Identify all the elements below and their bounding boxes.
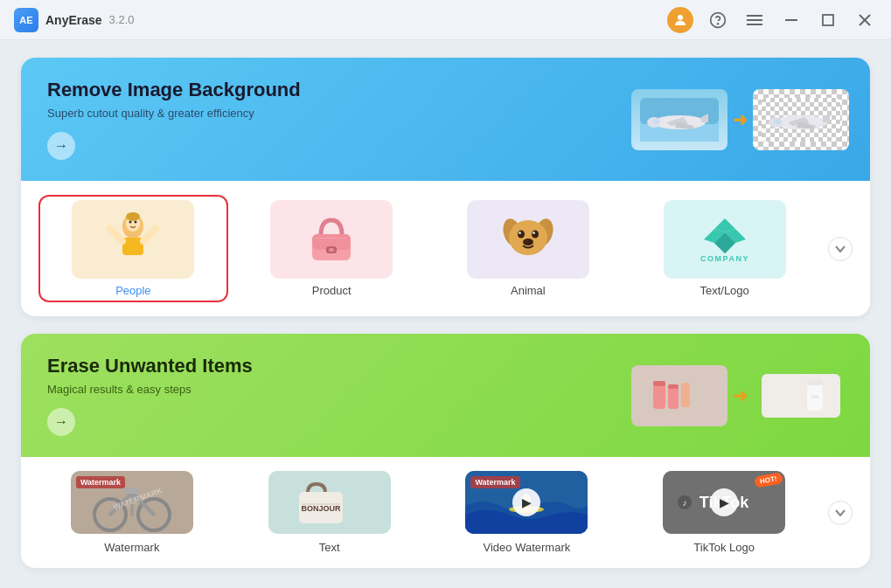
after-image	[753, 89, 849, 150]
category-textlogo[interactable]: COMPANY Text/Logo	[631, 197, 818, 301]
category-animal[interactable]: Animal	[435, 197, 622, 301]
menu-icon[interactable]	[742, 8, 767, 32]
svg-rect-73	[123, 488, 141, 494]
textlogo-thumbnail: COMPANY	[664, 200, 786, 279]
svg-point-28	[774, 119, 781, 124]
erase-title: Erase Unwanted Items	[47, 355, 253, 377]
watermark-thumbnail: Watermark WATERMARK	[71, 471, 193, 534]
product-label: Product	[312, 284, 352, 297]
titlebar: AE AnyErase 3.2.0	[0, 0, 891, 40]
titlebar-controls	[667, 7, 877, 33]
tiktok-label: TikTok Logo	[693, 541, 755, 554]
erase-arrow-button[interactable]: →	[47, 408, 75, 436]
erase-transform-arrow-icon: ➜	[733, 385, 748, 406]
remove-bg-preview: ➜	[631, 89, 849, 150]
user-icon[interactable]	[667, 7, 693, 33]
svg-point-32	[135, 221, 137, 224]
app-name: AnyErase	[45, 13, 102, 27]
maximize-button[interactable]	[816, 8, 840, 32]
erase-banner: Erase Unwanted Items Magical results & e…	[21, 334, 870, 457]
text-label: Text	[319, 541, 340, 554]
erase-tiktok-item[interactable]: HOT! ▶ TikTok ♪ TikTok Logo	[630, 471, 818, 554]
tiktok-play-icon: ▶	[710, 488, 738, 516]
play-icon: ▶	[512, 488, 540, 516]
remove-bg-banner-text: Remove Image Background Superb cutout qu…	[47, 79, 301, 160]
svg-rect-41	[316, 238, 347, 239]
svg-point-45	[518, 231, 525, 239]
svg-point-44	[509, 220, 547, 255]
svg-text:BONJOUR: BONJOUR	[301, 504, 341, 513]
erase-watermark-item[interactable]: Watermark WATERMARK Watermark	[38, 471, 226, 554]
svg-point-0	[678, 15, 683, 20]
svg-point-46	[532, 231, 539, 239]
text-thumbnail: BONJOUR	[268, 471, 391, 534]
category-expand-button[interactable]	[828, 237, 853, 261]
svg-point-49	[523, 239, 533, 246]
app-version: 3.2.0	[109, 13, 135, 26]
category-product[interactable]: Product	[239, 197, 425, 301]
svg-text:COMPANY: COMPANY	[700, 254, 749, 263]
svg-point-18	[652, 119, 659, 124]
svg-point-48	[533, 232, 535, 234]
titlebar-left: AE AnyErase 3.2.0	[14, 8, 135, 32]
textlogo-label: Text/Logo	[700, 284, 748, 297]
animal-label: Animal	[511, 284, 546, 297]
remove-bg-banner: Remove Image Background Superb cutout qu…	[21, 58, 870, 181]
svg-text:♪: ♪	[683, 498, 687, 508]
remove-bg-title: Remove Image Background	[47, 79, 301, 101]
erase-after-image	[753, 365, 849, 426]
svg-rect-40	[329, 248, 334, 252]
erase-preview: ➜	[631, 365, 849, 426]
remove-bg-section: Remove Image Background Superb cutout qu…	[21, 58, 870, 316]
svg-rect-62	[681, 383, 690, 407]
svg-rect-57	[640, 374, 719, 418]
erase-before-image	[631, 365, 727, 426]
svg-point-50	[525, 240, 528, 243]
video-watermark-badge: Watermark	[470, 476, 519, 488]
erase-video-watermark-item[interactable]: Watermark ▶ Video Watermark	[434, 471, 621, 554]
transform-arrow-icon: ➜	[733, 109, 748, 130]
before-image	[631, 89, 727, 150]
svg-rect-59	[653, 381, 665, 386]
svg-rect-61	[668, 384, 679, 389]
erase-subtitle: Magical results & easy steps	[47, 383, 253, 396]
category-people[interactable]: People	[38, 195, 228, 302]
erase-banner-text: Erase Unwanted Items Magical results & e…	[47, 355, 253, 436]
svg-rect-60	[668, 387, 679, 409]
svg-line-36	[143, 229, 156, 241]
animal-thumbnail	[467, 200, 589, 279]
svg-rect-7	[823, 15, 833, 25]
remove-bg-subtitle: Superb cutout quality & greater efficien…	[47, 107, 301, 120]
video-watermark-label: Video Watermark	[484, 541, 571, 554]
tiktok-thumbnail: HOT! ▶ TikTok ♪	[663, 471, 785, 534]
product-thumbnail	[270, 200, 393, 279]
arrow-right-icon: →	[54, 138, 68, 154]
svg-rect-63	[762, 374, 840, 418]
svg-line-35	[110, 229, 122, 241]
erase-expand-button[interactable]	[828, 501, 853, 525]
svg-point-31	[129, 221, 132, 224]
app-icon: AE	[14, 8, 38, 32]
close-button[interactable]	[853, 8, 877, 32]
help-icon[interactable]	[706, 8, 730, 32]
svg-point-66	[811, 395, 819, 398]
watermark-badge: Watermark	[76, 476, 125, 488]
erase-section: Erase Unwanted Items Magical results & e…	[21, 334, 870, 568]
people-thumbnail	[72, 200, 194, 279]
main-content: Remove Image Background Superb cutout qu…	[0, 40, 891, 588]
remove-bg-arrow-button[interactable]: →	[47, 132, 75, 160]
svg-point-33	[126, 212, 140, 221]
svg-rect-65	[807, 379, 823, 385]
svg-point-47	[519, 232, 521, 234]
category-row: People	[21, 181, 870, 316]
erase-text-item[interactable]: BONJOUR Text	[236, 471, 423, 554]
video-watermark-thumbnail: Watermark ▶	[465, 471, 588, 534]
minimize-button[interactable]	[779, 8, 804, 32]
erase-items-row: Watermark WATERMARK Watermark	[21, 457, 870, 568]
people-label: People	[115, 284, 150, 297]
erase-arrow-icon: →	[54, 414, 68, 430]
watermark-label: Watermark	[104, 541, 159, 554]
svg-rect-58	[653, 384, 665, 409]
